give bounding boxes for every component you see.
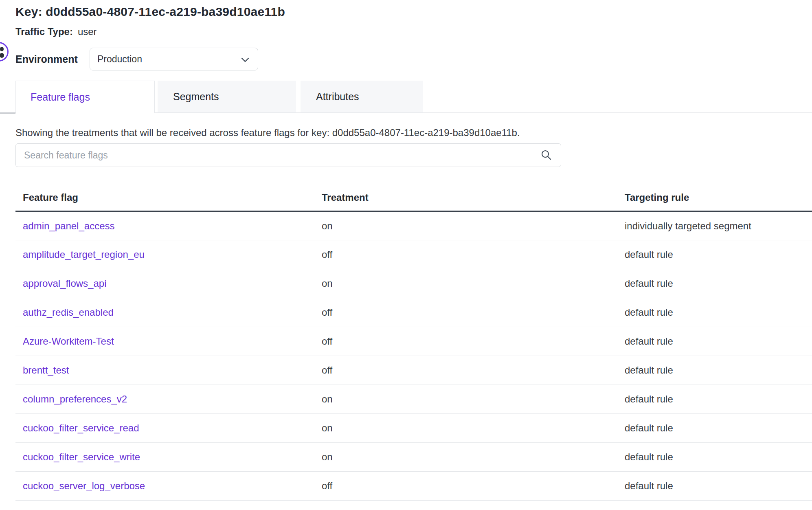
treatment-value: off <box>322 240 625 269</box>
feature-flag-link[interactable]: column_preferences_v2 <box>23 393 127 404</box>
treatments-description: Showing the treatments that will be rece… <box>15 127 520 138</box>
feature-flag-link[interactable]: admin_panel_access <box>23 220 114 231</box>
search-container <box>15 143 561 167</box>
search-icon[interactable] <box>540 149 552 161</box>
table-row: authz_redis_enabled off default rule <box>15 298 812 327</box>
feature-flag-link[interactable]: brentt_test <box>23 365 69 376</box>
treatment-value: on <box>322 414 625 443</box>
targeting-rule-value: default rule <box>625 472 812 501</box>
environment-label: Environment <box>15 53 78 65</box>
feature-flags-table: Feature flag Treatment Targeting rule ad… <box>15 181 812 501</box>
targeting-rule-value: default rule <box>625 356 812 385</box>
feature-flag-link[interactable]: authz_redis_enabled <box>23 307 114 318</box>
partial-circle-button[interactable] <box>0 42 9 62</box>
page-title: Key: d0dd55a0-4807-11ec-a219-ba39d10ae11… <box>15 5 285 19</box>
environment-select[interactable]: Production <box>90 48 258 70</box>
table-row: brentt_test off default rule <box>15 356 812 385</box>
tab-attributes-label: Attributes <box>316 91 359 103</box>
targeting-rule-value: default rule <box>625 414 812 443</box>
treatment-value: on <box>322 443 625 472</box>
treatment-value: on <box>322 269 625 298</box>
feature-flag-link[interactable]: Azure-Workitem-Test <box>23 336 114 347</box>
column-header-treatment: Treatment <box>322 181 625 211</box>
environment-selected-value: Production <box>97 54 142 65</box>
feature-flag-link[interactable]: amplitude_target_region_eu <box>23 249 145 260</box>
column-header-targeting-rule: Targeting rule <box>625 181 812 211</box>
traffic-type-value: user <box>78 26 97 37</box>
table-row: approval_flows_api on default rule <box>15 269 812 298</box>
tab-segments-label: Segments <box>173 91 219 103</box>
column-header-feature-flag: Feature flag <box>15 181 322 211</box>
chevron-down-icon <box>240 55 250 65</box>
targeting-rule-value: default rule <box>625 327 812 356</box>
targeting-rule-value: default rule <box>625 443 812 472</box>
tab-segments[interactable]: Segments <box>158 81 296 112</box>
targeting-rule-value: default rule <box>625 298 812 327</box>
treatment-value: off <box>322 472 625 501</box>
feature-flag-link[interactable]: cuckoo_filter_service_read <box>23 422 139 433</box>
feature-flag-link[interactable]: approval_flows_api <box>23 278 106 289</box>
traffic-type-row: Traffic Type:user <box>15 26 97 37</box>
table-row: column_preferences_v2 on default rule <box>15 385 812 414</box>
tabbar-divider-left-segment <box>0 112 15 114</box>
table-row: cuckoo_server_log_verbose off default ru… <box>15 472 812 501</box>
treatment-value: off <box>322 327 625 356</box>
targeting-rule-value: default rule <box>625 385 812 414</box>
tab-feature-flags-label: Feature flags <box>31 91 90 103</box>
table-row: amplitude_target_region_eu off default r… <box>15 240 812 269</box>
tab-feature-flags[interactable]: Feature flags <box>15 81 155 113</box>
treatment-value: off <box>322 298 625 327</box>
table-row: Azure-Workitem-Test off default rule <box>15 327 812 356</box>
targeting-rule-value: individually targeted segment <box>625 211 812 240</box>
feature-flag-link[interactable]: cuckoo_server_log_verbose <box>23 480 145 491</box>
table-header-row: Feature flag Treatment Targeting rule <box>15 181 812 211</box>
treatment-value: on <box>322 385 625 414</box>
targeting-rule-value: default rule <box>625 269 812 298</box>
table-row: cuckoo_filter_service_read on default ru… <box>15 414 812 443</box>
table-row: cuckoo_filter_service_write on default r… <box>15 443 812 472</box>
tab-attributes[interactable]: Attributes <box>301 81 423 112</box>
feature-flag-link[interactable]: cuckoo_filter_service_write <box>23 451 140 462</box>
treatment-value: off <box>322 356 625 385</box>
targeting-rule-value: default rule <box>625 240 812 269</box>
treatment-value: on <box>322 211 625 240</box>
traffic-type-label: Traffic Type: <box>15 26 73 37</box>
table-row: admin_panel_access on individually targe… <box>15 211 812 240</box>
search-input[interactable] <box>15 143 561 167</box>
